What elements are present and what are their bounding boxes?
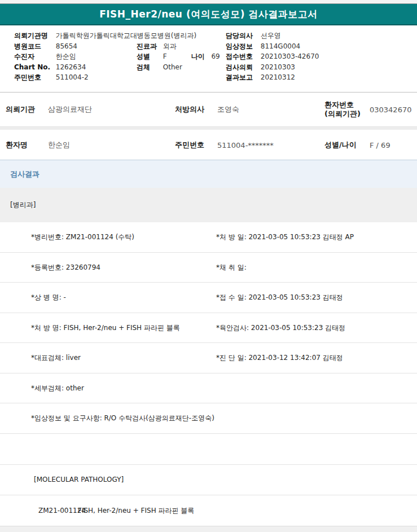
prescribing-doctor-label: 처방의사	[175, 104, 204, 115]
main-specimen: *대표검체: liver	[31, 353, 81, 363]
patient-rrn-value: 511004-*******	[217, 140, 274, 149]
detail-row-order-name: *처 방 명: FISH, Her-2/neu + FISH 파라핀 블록 *육…	[0, 313, 417, 344]
bottom-strip	[0, 526, 417, 532]
detail-row-diagnosis-name: *상 병 명: - *접 수 일: 2021-03-05 10:53:23 김태…	[0, 283, 417, 313]
sub-specimen: *세부검체: other	[31, 383, 84, 393]
field-value: 가톨릭학원가톨릭대학교대병동모병원(병리과)	[56, 32, 196, 39]
field-requesting-org-name: 의뢰기관명 가톨릭학원가톨릭대학교대병동모병원(병리과)	[14, 30, 196, 41]
field-label: 진료과	[137, 41, 161, 52]
label-line-1: 환자번호	[324, 100, 361, 109]
field-label: 주민번호	[14, 72, 54, 83]
field-label: 의뢰기관명	[14, 30, 54, 41]
diagnosis-date: *진 단 일: 2021-03-12 13:42:07 김태정	[216, 353, 343, 363]
field-label: 검체	[137, 62, 161, 73]
field-value: Other	[163, 62, 182, 73]
field-label: 결과보고	[226, 72, 258, 83]
result-section-title: 검사결과	[10, 169, 39, 179]
info-row-4: Chart No. 1262634 검체 Other 검사의뢰 20210303	[0, 62, 417, 73]
field-value: 한순임	[56, 52, 76, 60]
detail-row-sub-specimen: *세부검체: other	[0, 373, 417, 404]
field-examinee: 수진자 한순임	[14, 51, 76, 62]
window-top-strip	[0, 0, 417, 4]
field-value: 1262634	[56, 63, 86, 71]
patient-rrn-label: 주민번호	[175, 140, 204, 150]
info-row-3: 수진자 한순임 성별 F 나이 69 접수번호 20210303-42670	[0, 51, 417, 62]
detail-row-pathology-no: *병리번호: ZM21-001124 (수탁) *처 방 일: 2021-03-…	[0, 222, 417, 253]
field-request-date: 검사의뢰 20210303	[226, 62, 295, 73]
receipt-date: *접 수 일: 2021-03-05 10:53:23 김태정	[216, 293, 343, 302]
field-sex-age: 성별 F 나이 69	[137, 51, 228, 62]
label-line-2: (의뢰기관)	[324, 109, 361, 118]
report-page: FISH_Her2/neu (여의도성모) 검사결과보고서 의뢰기관명 가톨릭학…	[0, 0, 417, 532]
info-row-5: 주민번호 511004-2 결과보고 20210312	[0, 72, 417, 83]
patient-sex-age-label: 성별/나이	[324, 140, 357, 150]
info-row-1: 의뢰기관명 가톨릭학원가톨릭대학교대병동모병원(병리과) 담당의사 선우영	[0, 30, 417, 41]
field-value: 20210303-42670	[261, 52, 319, 60]
field-label: 병원코드	[14, 41, 54, 52]
field-value: 85654	[56, 42, 77, 50]
molecular-result-row: ZM21-001124 FISH, Her-2/neu + FISH 파라핀 블…	[0, 495, 417, 526]
patient-name-label: 환자명	[6, 140, 28, 150]
detail-row-registration-no: *등록번호: 23260794 *채 취 일:	[0, 253, 417, 283]
field-chart-no: Chart No. 1262634	[14, 62, 86, 73]
detail-row-main-specimen: *대표검체: liver *진 단 일: 2021-03-12 13:42:07…	[0, 343, 417, 373]
field-report-date: 결과보고 20210312	[226, 72, 295, 83]
field-label: 검사의뢰	[226, 62, 258, 73]
registration-no: *등록번호: 23260794	[31, 262, 100, 272]
molecular-test-name: FISH, Her-2/neu + FISH 파라핀 블록	[78, 505, 194, 515]
field-label: Chart No.	[14, 62, 54, 73]
spacer-row	[0, 434, 417, 465]
field-attending-doctor: 담당의사 선우영	[226, 30, 281, 41]
field-label: 수진자	[14, 51, 54, 62]
field-value: 선우영	[261, 32, 281, 39]
external-patient-no-label: 환자번호 (의뢰기관)	[324, 100, 361, 118]
field-label: 담당의사	[226, 30, 258, 41]
prescription-date: *처 방 일: 2021-03-05 10:53:23 김태정 AP	[216, 232, 354, 242]
field-resident-no: 주민번호 511004-2	[14, 72, 89, 83]
referral-row: 의뢰기관 삼광의료재단 처방의사 조영숙 환자번호 (의뢰기관) 0303426…	[0, 93, 417, 126]
field-label: 나이	[191, 51, 205, 62]
collection-date: *채 취 일:	[216, 262, 247, 272]
field-value: 외과	[163, 41, 180, 52]
referral-org-value: 삼광의료재단	[48, 104, 92, 115]
field-label: 접수번호	[226, 51, 258, 62]
field-clinical-info: 임상정보 8114G0004	[226, 41, 300, 52]
order-name: *처 방 명: FISH, Her-2/neu + FISH 파라핀 블록	[31, 323, 180, 332]
pathology-no: *병리번호: ZM21-001124 (수탁)	[31, 232, 134, 242]
field-value: F	[163, 51, 180, 62]
field-department: 진료과 외과	[137, 41, 180, 52]
molecular-section-title: [MOLECULAR PATHOLOGY]	[34, 476, 124, 483]
detail-row-clinical-request: *임상정보 및 요구사항: R/O 수탁검사(삼광의료재단-조영숙)	[0, 403, 417, 434]
patient-sex-age-value: F / 69	[370, 140, 390, 149]
order-info-block: 의뢰기관명 가톨릭학원가톨릭대학교대병동모병원(병리과) 담당의사 선우영 병원…	[0, 25, 417, 93]
field-label: 임상정보	[226, 41, 258, 52]
molecular-header-row: [MOLECULAR PATHOLOGY]	[0, 465, 417, 495]
referral-org-label: 의뢰기관	[6, 104, 35, 115]
report-title: FISH_Her2/neu (여의도성모) 검사결과보고서	[99, 8, 318, 21]
field-hospital-code: 병원코드 85654	[14, 41, 77, 52]
result-section-header: 검사결과	[0, 160, 417, 188]
external-patient-no-value: 030342670	[370, 105, 411, 114]
patient-name-value: 한순임	[48, 140, 70, 150]
field-label: 성별	[137, 51, 161, 62]
department-label: [병리과]	[10, 200, 36, 210]
clinical-request: *임상정보 및 요구사항: R/O 수탁검사(삼광의료재단-조영숙)	[31, 414, 214, 423]
field-value: 20210303	[261, 63, 295, 71]
field-value: 20210312	[261, 73, 295, 81]
gross-exam-date: *육안검사: 2021-03-05 10:53:23 김태정	[216, 323, 345, 332]
prescribing-doctor-value: 조영숙	[217, 104, 239, 115]
department-band: [병리과]	[0, 188, 417, 222]
field-value: 511004-2	[56, 73, 89, 81]
report-title-banner: FISH_Her2/neu (여의도성모) 검사결과보고서	[0, 4, 417, 25]
patient-row: 환자명 한순임 주민번호 511004-******* 성별/나이 F / 69	[0, 130, 417, 160]
field-specimen: 검체 Other	[137, 62, 182, 73]
field-accession-no: 접수번호 20210303-42670	[226, 51, 319, 62]
field-value: 8114G0004	[261, 42, 300, 50]
diagnosis-name: *상 병 명: -	[31, 293, 66, 302]
info-row-2: 병원코드 85654 진료과 외과 임상정보 8114G0004	[0, 41, 417, 52]
